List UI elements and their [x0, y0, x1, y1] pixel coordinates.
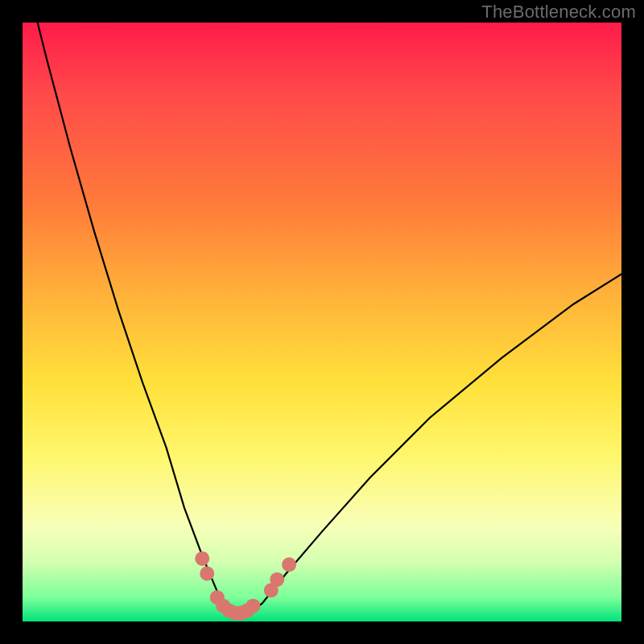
marker-left-cluster-2 — [200, 567, 214, 581]
watermark-text: TheBottleneck.com — [481, 2, 636, 23]
marker-left-cluster-1 — [195, 551, 209, 566]
marker-right-cluster-2 — [270, 572, 284, 587]
curve-svg — [23, 23, 621, 621]
bottleneck-curve-path — [23, 0, 621, 616]
marker-right-cluster-3 — [282, 557, 296, 572]
marker-group — [195, 551, 296, 621]
outer-frame: TheBottleneck.com — [0, 0, 644, 644]
marker-flat-7 — [246, 599, 260, 613]
plot-area — [23, 23, 621, 621]
